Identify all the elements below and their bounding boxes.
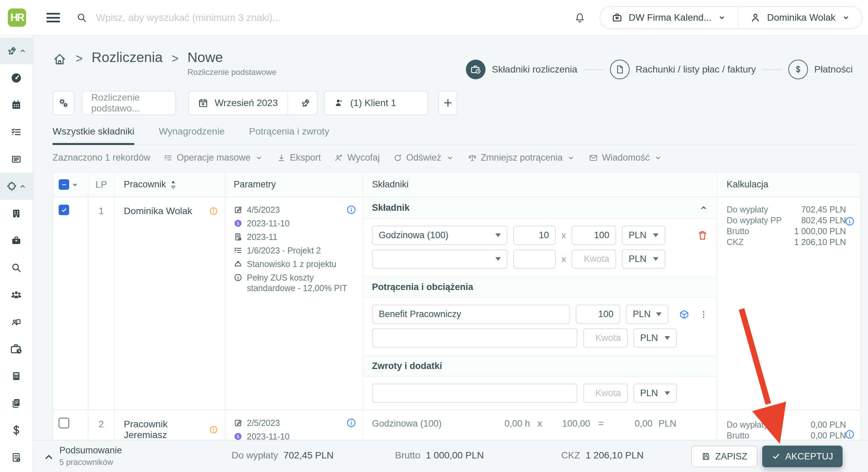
currency-select[interactable]: PLN [633,384,677,403]
component-type-select-empty[interactable] [372,249,508,269]
deduction-amount-input-empty[interactable] [583,328,628,348]
calc-value: 1 000,00 PLN [794,226,846,237]
withdraw-button[interactable]: Wycofaj [334,152,380,163]
column-header-components[interactable]: Składniki [363,172,717,197]
sidebar-item-training[interactable] [0,308,33,335]
currency-select[interactable]: PLN [622,249,665,269]
refresh-icon [393,153,402,162]
accept-button[interactable]: AKCEPTUJ [762,446,843,467]
employee-name[interactable]: Dominika Wolak [124,206,192,217]
sidebar-item-settlements[interactable] [0,335,33,363]
return-name-input-empty[interactable] [372,384,577,403]
return-amount-input-empty[interactable] [583,384,628,403]
tab-deductions[interactable]: Potrącenia i zwroty [249,126,329,144]
save-button[interactable]: ZAPISZ [691,446,757,467]
total-ckz: CKZ 1 206,10 PLN [561,450,644,461]
sidebar-item-board[interactable] [0,146,33,173]
info-icon[interactable] [845,216,855,226]
deduction-name-input-empty[interactable] [372,328,577,348]
currency-select[interactable]: PLN [626,305,668,324]
sidebar-item-dashboard[interactable] [0,64,33,91]
deduction-amount-input[interactable] [576,305,620,324]
bulk-toolbar: Zaznaczono 1 rekordów Operacje masowe Ek… [53,152,861,163]
breadcrumb: > Rozliczenia > Nowe Rozliczenie podstaw… [53,49,861,82]
briefcase-clock-icon [10,343,23,355]
tab-all-components[interactable]: Wszystkie składniki [53,126,134,145]
currency-select[interactable]: PLN [622,226,665,245]
menu-hamburger-icon[interactable] [46,13,60,22]
collapse-summary-chevron-icon[interactable] [43,451,54,462]
briefcase-icon [612,12,623,23]
rocket-icon[interactable] [294,98,317,108]
currency-select[interactable]: PLN [633,328,677,348]
row-checkbox[interactable] [59,205,69,215]
home-icon[interactable] [53,52,67,66]
info-icon[interactable] [346,418,356,428]
sidebar-item-modules[interactable] [0,173,33,200]
deduction-name-input[interactable] [372,305,570,324]
sidebar-item-reports[interactable] [0,444,33,471]
refresh-button[interactable]: Odśwież [393,152,454,163]
reduce-deductions-button[interactable]: Zmniejsz potrącenia [468,152,576,163]
component-type-select[interactable]: Godzinowa (100) [372,226,508,245]
sort-icons[interactable] [170,180,177,189]
search-input[interactable] [96,12,340,23]
sidebar-item-employees[interactable] [0,281,33,308]
people-icon [10,288,23,301]
component-rate-input[interactable] [572,226,616,245]
delete-component-button[interactable] [697,230,708,241]
export-button[interactable]: Eksport [277,152,321,163]
info-icon[interactable] [845,429,855,439]
notifications-bell-icon[interactable] [574,12,585,23]
kebab-menu-icon[interactable] [699,310,708,319]
settings-gears-button[interactable] [53,91,74,115]
column-header-lp[interactable]: LP [88,172,115,197]
warning-icon[interactable] [209,425,218,434]
breadcrumb-rozliczenia[interactable]: Rozliczenia [92,49,163,65]
column-header-employee[interactable]: Pracownik [115,172,225,197]
component-qty-input-empty[interactable] [513,249,556,269]
client-filter[interactable]: (1) Klient 1 [324,91,428,115]
sidebar-item-calendar[interactable] [0,91,33,119]
row-checkbox[interactable] [59,418,69,428]
total-value: 702,45 PLN [283,450,334,461]
component-qty-input[interactable] [513,226,556,245]
period-filter[interactable]: Wrzesień 2023 [188,91,318,115]
collapse-chevron-up-icon[interactable] [699,203,708,212]
benefit-cube-icon[interactable] [679,309,690,320]
sidebar-item-start[interactable] [0,37,33,64]
warning-icon[interactable] [209,207,218,216]
sidebar-item-clients[interactable] [0,227,33,254]
section-title: Zwroty i dodatki [372,361,442,371]
calendar-plus-icon [198,98,209,108]
select-menu-chevron-icon[interactable] [71,180,79,189]
sidebar-item-accounting[interactable] [0,363,33,390]
column-header-params[interactable]: Parametry [225,172,363,197]
task-list-icon [234,246,242,255]
step-components-icon[interactable] [466,60,486,79]
employee-name[interactable]: Pracownik Jeremiasz [124,419,209,440]
currency-label: PLN [658,418,676,429]
app-logo[interactable]: HR [8,8,26,27]
add-filter-button[interactable]: + [438,91,457,115]
sidebar-item-tasks[interactable] [0,119,33,146]
settlement-type-filter[interactable]: Rozliczenie podstawo... [82,91,176,115]
sidebar-item-payments[interactable] [0,417,33,444]
column-header-calc[interactable]: Kalkulacja [717,172,860,197]
step-payments-icon[interactable] [788,60,808,79]
component-amount-input-empty[interactable] [572,249,616,269]
bulk-actions-label: Operacje masowe [177,152,251,163]
step-invoices-icon[interactable] [610,60,630,79]
user-menu[interactable]: Dominika Wolak [738,12,862,23]
multiply-sign: x [561,254,566,264]
message-button[interactable]: Wiadomość [589,152,663,163]
sidebar-item-recruitment[interactable] [0,254,33,281]
info-icon[interactable] [346,205,356,215]
sidebar-item-documents[interactable] [0,390,33,417]
tab-salary[interactable]: Wynagrodzenie [159,126,224,144]
company-selector[interactable]: DW Firma Kalend... [600,12,738,23]
bulk-actions-button[interactable]: Operacje masowe [164,152,263,163]
select-all-checkbox[interactable] [59,179,69,190]
global-search [76,12,340,23]
sidebar-item-companies[interactable] [0,200,33,227]
